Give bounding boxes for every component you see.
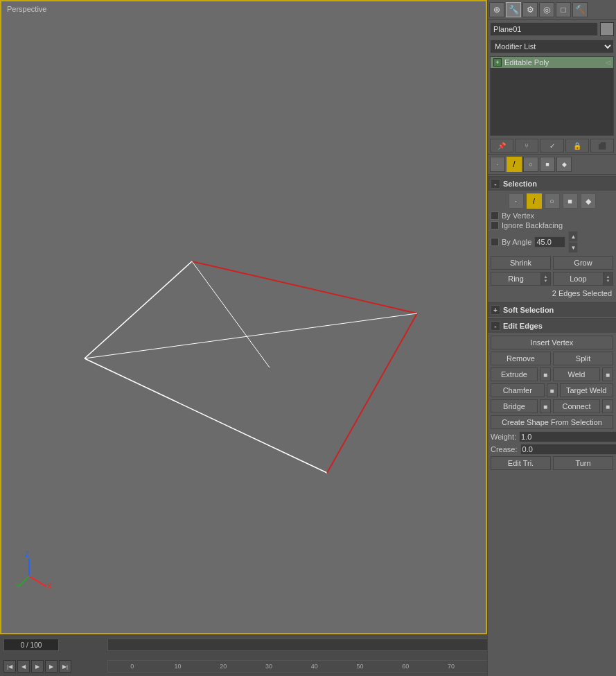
modifier-list-dropdown[interactable]: Modifier List (490, 40, 614, 53)
ignore-backfacing-checkbox[interactable] (491, 221, 499, 229)
chamfer-settings-btn[interactable]: ■ (547, 383, 558, 397)
ruler-mark: 0 (109, 663, 155, 670)
subobj-poly-icon[interactable]: ■ (540, 157, 555, 172)
transport-prev-frame[interactable]: ◀ (17, 660, 30, 673)
by-angle-input[interactable] (534, 236, 565, 248)
create-shape-button[interactable]: Create Shape From Selection (491, 415, 613, 429)
ignore-backfacing-row: Ignore Backfacing (491, 221, 613, 229)
connect-settings-btn[interactable]: ■ (602, 399, 613, 413)
create-tab-icon[interactable]: ⊕ (489, 2, 504, 17)
modifier-stack-item[interactable]: + Editable Poly ◁ (491, 57, 613, 68)
by-vertex-checkbox[interactable] (491, 211, 499, 220)
weight-input[interactable] (519, 431, 616, 442)
loop-spinner[interactable]: ▲ ▼ (604, 272, 613, 286)
object-name-field[interactable] (490, 22, 598, 36)
motion-tab-icon[interactable]: ◎ (539, 2, 554, 17)
bridge-button[interactable]: Bridge (491, 399, 538, 413)
lock-btn[interactable]: 🔒 (565, 139, 589, 153)
transport-next-frame[interactable]: ▶ (45, 660, 58, 673)
insert-vertex-button[interactable]: Insert Vertex (491, 336, 613, 349)
turn-button[interactable]: Turn (553, 456, 613, 470)
chamfer-button[interactable]: Chamfer (491, 383, 545, 397)
chamfer-targetweld-row: Chamfer ■ Target Weld (491, 383, 613, 397)
extrude-button[interactable]: Extrude (491, 367, 538, 381)
make-unique-btn[interactable]: ⑂ (515, 139, 538, 153)
bridge-settings-btn[interactable]: ■ (540, 399, 551, 413)
by-angle-checkbox[interactable] (491, 238, 499, 246)
transport-prev-key[interactable]: |◀ (3, 660, 16, 673)
border-mode-icon[interactable]: ○ (545, 193, 560, 209)
soft-selection-toggle[interactable]: + (491, 305, 500, 315)
weld-settings-btn[interactable]: ■ (602, 367, 613, 381)
ring-down-arrow[interactable]: ▼ (544, 279, 548, 283)
edit-edges-content: Insert Vertex Remove Split Extrude ■ Wel… (488, 333, 616, 475)
modifier-stack: + Editable Poly ◁ (490, 56, 614, 136)
frame-counter[interactable]: 0 / 100 (3, 639, 59, 651)
transport-play[interactable]: ▶ (31, 660, 44, 673)
by-angle-down[interactable]: ▼ (568, 242, 578, 253)
by-angle-label: By Angle (502, 238, 531, 246)
element-mode-icon[interactable]: ◆ (581, 193, 596, 209)
edit-edges-title: Edit Edges (503, 322, 543, 330)
edit-edges-toggle[interactable]: - (491, 321, 500, 331)
selection-section-header[interactable]: - Selection (488, 177, 616, 191)
vertex-mode-icon[interactable]: · (509, 193, 524, 209)
modifier-arrow-icon: ◁ (606, 59, 610, 66)
grow-button[interactable]: Grow (553, 256, 613, 270)
remove-button[interactable]: Remove (491, 352, 551, 365)
split-button[interactable]: Split (553, 352, 613, 365)
subobj-element-icon[interactable]: ◆ (556, 157, 572, 172)
display-tab-icon[interactable]: □ (556, 2, 571, 17)
target-weld-button[interactable]: Target Weld (560, 383, 614, 397)
modifier-list-row: Modifier List (488, 38, 616, 55)
extrude-settings-btn[interactable]: ■ (540, 367, 551, 381)
transport-controls[interactable]: |◀ ◀ ▶ ▶ ▶| (3, 660, 71, 673)
ruler-mark: 50 (337, 663, 383, 670)
object-color-swatch[interactable] (600, 22, 614, 36)
configure-btn[interactable]: ⬛ (590, 139, 614, 153)
top-toolbar: ⊕ 🔧 ⚙ ◎ □ 🔨 (488, 0, 616, 20)
modify-tab-icon[interactable]: 🔧 (506, 2, 521, 17)
edit-edges-header[interactable]: - Edit Edges (488, 319, 616, 333)
ruler-mark: 70 (428, 663, 474, 670)
ring-spinner[interactable]: ▲ ▼ (541, 272, 551, 286)
ruler-mark: 30 (246, 663, 292, 670)
loop-button[interactable]: Loop (553, 272, 604, 286)
edge-mode-icon[interactable]: / (527, 193, 542, 209)
ruler-mark: 20 (200, 663, 246, 670)
crease-label: Crease: (491, 445, 518, 453)
ring-button[interactable]: Ring (491, 272, 541, 286)
remove-modifier-btn[interactable]: ✓ (540, 139, 563, 153)
crease-input[interactable] (520, 444, 616, 455)
svg-line-2 (192, 261, 417, 313)
subobj-edge-icon[interactable]: / (507, 157, 522, 172)
svg-line-8 (29, 576, 46, 587)
subobject-toolbar: · / ○ ■ ◆ (488, 155, 616, 175)
pin-modifier-btn[interactable]: 📌 (490, 139, 513, 153)
selection-toggle[interactable]: - (491, 179, 500, 189)
shrink-grow-row: Shrink Grow (491, 256, 613, 270)
by-angle-up[interactable]: ▲ (568, 231, 578, 242)
subobj-vertex-icon[interactable]: · (490, 157, 505, 172)
poly-mode-icon[interactable]: ■ (563, 193, 578, 209)
modifier-enabled-checkbox[interactable]: + (493, 58, 502, 67)
soft-selection-header[interactable]: + Soft Selection (488, 303, 616, 317)
viewport[interactable]: Perspective Z X Y (0, 0, 487, 634)
loop-down-arrow[interactable]: ▼ (606, 279, 610, 283)
selection-icons-row: · / ○ ■ ◆ (491, 193, 613, 209)
bridge-connect-row: Bridge ■ Connect ■ (491, 399, 613, 413)
edit-tri-button[interactable]: Edit Tri. (491, 456, 551, 470)
shrink-button[interactable]: Shrink (491, 256, 551, 270)
utility-tab-icon[interactable]: 🔨 (572, 2, 588, 17)
axis-gizmo: Z X Y (15, 548, 57, 591)
svg-line-10 (19, 576, 29, 587)
by-angle-row: By Angle ▲ ▼ (491, 231, 613, 253)
weld-button[interactable]: Weld (553, 367, 600, 381)
remove-split-row: Remove Split (491, 352, 613, 365)
connect-button[interactable]: Connect (553, 399, 600, 413)
hierarchy-tab-icon[interactable]: ⚙ (522, 2, 538, 17)
selection-section: - Selection · / ○ ■ ◆ By Vertex Ignore B… (488, 176, 616, 301)
transport-next-key[interactable]: ▶| (59, 660, 71, 673)
subobj-border-icon[interactable]: ○ (523, 157, 538, 172)
selection-status: 2 Edges Selected (491, 288, 613, 298)
